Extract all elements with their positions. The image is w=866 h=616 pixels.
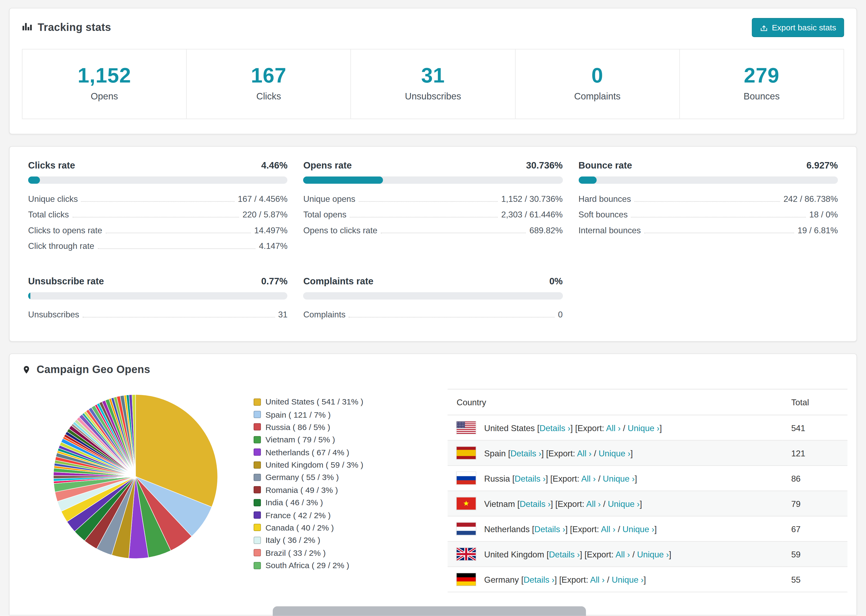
export-prefix: ] [Export: — [565, 524, 601, 534]
legend-item: Germany ( 55 / 3% ) — [254, 471, 389, 484]
rate-row-value: 2,303 / 61.446% — [501, 209, 563, 219]
legend-swatch — [254, 511, 261, 519]
horizontal-scrollbar-thumb[interactable] — [273, 606, 586, 616]
stats-row: 1,152 Opens 167 Clicks 31 Unsubscribes 0… — [22, 49, 844, 119]
dotted-leader — [83, 317, 275, 317]
country-total: 541 — [782, 415, 847, 440]
rate-row-value: 167 / 4.456% — [238, 193, 288, 203]
stat-box: 279 Bounces — [680, 49, 844, 118]
country-cell: Germany [Details ›] [Export: All › / Uni… — [457, 573, 773, 586]
dotted-leader — [350, 217, 498, 217]
legend-label: France ( 42 / 2% ) — [265, 511, 331, 520]
rate-row-label: Soft bounces — [578, 209, 628, 219]
country-total: 55 — [782, 567, 847, 592]
export-separator: / — [596, 473, 603, 483]
rate-row-label: Complaints — [303, 310, 346, 319]
legend-label: Brazil ( 33 / 2% ) — [265, 548, 326, 557]
stat-label: Bounces — [680, 91, 844, 102]
bracket-open: [ — [544, 549, 549, 559]
legend-item: Italy ( 36 / 2% ) — [254, 534, 389, 547]
rate-row: Opens to clicks rate689.82% — [303, 222, 563, 238]
rate-value: 30.736% — [526, 160, 563, 171]
bracket-close: ] — [635, 473, 637, 483]
export-all-link[interactable]: All › — [577, 448, 591, 458]
export-prefix: ] [Export: — [570, 423, 606, 432]
export-icon — [759, 24, 768, 32]
legend-item: Brazil ( 33 / 2% ) — [254, 546, 389, 559]
export-unique-link[interactable]: Unique › — [612, 575, 644, 584]
rate-rows: Complaints0 — [303, 306, 563, 322]
export-unique-link[interactable]: Unique › — [637, 549, 669, 559]
rate-row: Complaints0 — [303, 306, 563, 322]
geo-table-row: Germany [Details ›] [Export: All › / Uni… — [447, 567, 847, 592]
legend-swatch — [254, 536, 261, 544]
export-unique-link[interactable]: Unique › — [608, 499, 640, 509]
country-flag-icon — [457, 548, 476, 560]
country-flag-icon — [457, 447, 476, 459]
rate-panel: Clicks rate 4.46% Unique clicks167 / 4.4… — [28, 160, 288, 253]
details-link[interactable]: Details › — [510, 448, 542, 458]
export-all-link[interactable]: All › — [606, 423, 621, 432]
bracket-close: ] — [630, 448, 633, 458]
export-basic-stats-label: Export basic stats — [772, 23, 836, 32]
geo-pie-wrap — [52, 389, 221, 562]
dotted-leader — [631, 217, 806, 217]
export-all-link[interactable]: All › — [586, 499, 601, 509]
rate-title: Unsubscribe rate — [28, 276, 104, 287]
legend-label: Canada ( 40 / 2% ) — [265, 523, 334, 532]
legend-label: United Kingdom ( 59 / 3% ) — [265, 460, 363, 469]
rate-row: Hard bounces242 / 86.738% — [578, 190, 838, 206]
rate-title: Complaints rate — [303, 276, 373, 287]
export-basic-stats-button[interactable]: Export basic stats — [752, 18, 844, 37]
rate-value: 4.46% — [261, 160, 288, 171]
export-all-link[interactable]: All › — [601, 524, 615, 534]
rate-title: Bounce rate — [578, 160, 632, 171]
bracket-open: [ — [519, 575, 523, 584]
legend-label: Italy ( 36 / 2% ) — [265, 536, 320, 545]
total-column-header: Total — [782, 389, 847, 415]
stat-value: 279 — [680, 64, 844, 88]
rate-progress-track — [303, 177, 563, 184]
rate-row-label: Click through rate — [28, 241, 94, 250]
legend-item: Vietnam ( 79 / 5% ) — [254, 433, 389, 446]
country-flag-icon — [457, 573, 476, 586]
details-link[interactable]: Details › — [549, 549, 580, 559]
country-name: United Kingdom — [484, 549, 544, 559]
country-name: Russia — [484, 473, 510, 483]
bracket-open: [ — [515, 499, 520, 509]
country-total: 121 — [782, 440, 847, 465]
export-separator: / — [601, 499, 608, 509]
stat-value: 31 — [351, 64, 515, 88]
details-link[interactable]: Details › — [524, 575, 554, 584]
details-link[interactable]: Details › — [520, 499, 551, 509]
country-cell: United Kingdom [Details ›] [Export: All … — [457, 548, 773, 560]
export-all-link[interactable]: All › — [615, 549, 630, 559]
export-separator: / — [605, 575, 612, 584]
export-unique-link[interactable]: Unique › — [599, 448, 631, 458]
rate-row-label: Total opens — [303, 209, 346, 219]
export-all-link[interactable]: All › — [590, 575, 605, 584]
rate-progress-fill — [28, 177, 40, 184]
legend-swatch — [254, 436, 261, 443]
country-cell: Spain [Details ›] [Export: All › / Uniqu… — [457, 447, 773, 459]
export-prefix: ] [Export: — [580, 549, 616, 559]
export-unique-link[interactable]: Unique › — [628, 423, 660, 432]
legend-label: South Africa ( 29 / 2% ) — [265, 561, 350, 570]
rate-progress-fill — [28, 292, 30, 299]
rate-panel: Unsubscribe rate 0.77% Unsubscribes31 — [28, 276, 288, 322]
legend-swatch — [254, 398, 261, 405]
export-all-link[interactable]: All › — [581, 473, 596, 483]
export-unique-link[interactable]: Unique › — [603, 473, 635, 483]
export-unique-link[interactable]: Unique › — [623, 524, 655, 534]
bracket-close: ] — [644, 575, 646, 584]
rate-value: 0% — [549, 276, 563, 287]
details-link[interactable]: Details › — [534, 524, 565, 534]
rate-row-value: 19 / 6.81% — [797, 225, 838, 235]
details-link[interactable]: Details › — [515, 473, 546, 483]
stat-value: 167 — [187, 64, 351, 88]
details-link[interactable]: Details › — [540, 423, 570, 432]
export-separator: / — [615, 524, 622, 534]
rate-head: Unsubscribe rate 0.77% — [28, 276, 288, 287]
export-prefix: ] [Export: — [554, 575, 590, 584]
bracket-open: [ — [510, 473, 515, 483]
